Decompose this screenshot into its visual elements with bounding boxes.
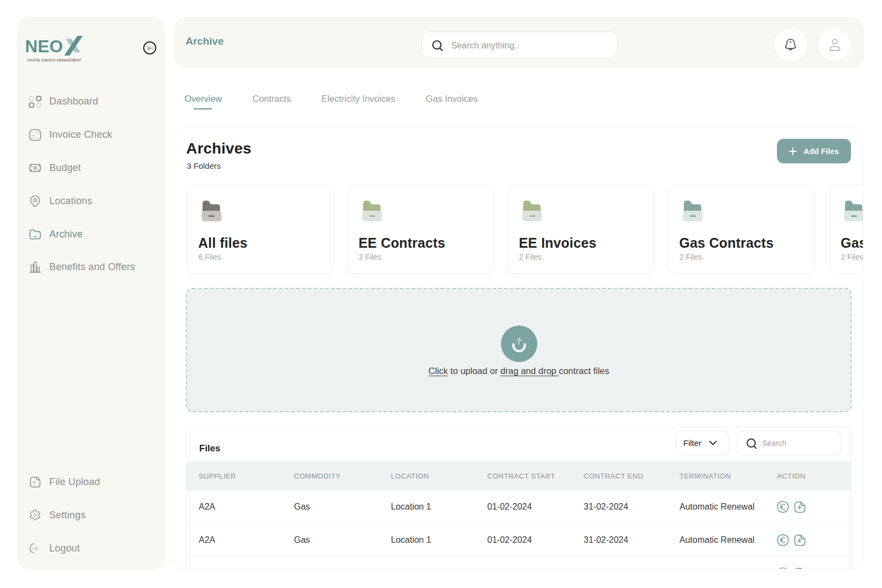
svg-text:NEO: NEO [25,36,63,56]
svg-text:DIGITAL ENERGY MANAGEMENT: DIGITAL ENERGY MANAGEMENT [28,58,82,62]
